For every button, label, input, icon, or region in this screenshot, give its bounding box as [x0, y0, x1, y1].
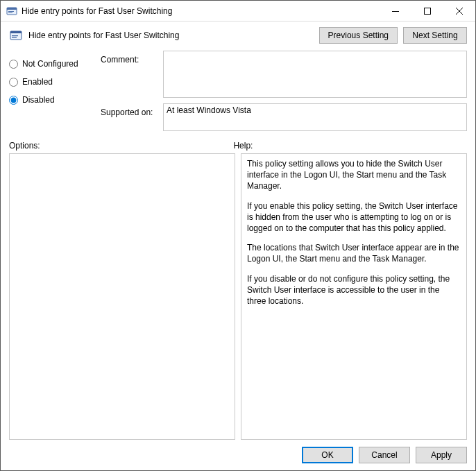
radio-not-configured[interactable]: Not Configured: [9, 55, 92, 73]
radio-disabled-label: Disabled: [22, 95, 55, 105]
next-setting-button[interactable]: Next Setting: [403, 27, 467, 44]
comment-label: Comment:: [101, 55, 155, 65]
maximize-button[interactable]: [411, 1, 443, 22]
help-paragraph: If you enable this policy setting, the S…: [247, 200, 461, 234]
field-labels: Comment: Supported on:: [101, 51, 155, 131]
policy-header: Hide entry points for Fast User Switchin…: [9, 27, 467, 44]
svg-rect-5: [425, 8, 431, 14]
minimize-button[interactable]: [380, 1, 411, 22]
window-title: Hide entry points for Fast User Switchin…: [22, 6, 172, 16]
svg-rect-3: [8, 12, 12, 13]
svg-rect-9: [12, 37, 17, 38]
apply-button[interactable]: Apply: [416, 447, 467, 463]
help-paragraph: If you disable or do not configure this …: [247, 273, 461, 307]
policy-window-icon: [6, 6, 17, 17]
field-values: [163, 51, 467, 131]
policy-icon: [9, 28, 23, 42]
help-paragraph: The locations that Switch User interface…: [247, 242, 461, 264]
cancel-button[interactable]: Cancel: [359, 447, 410, 463]
help-paragraph: This policy setting allows you to hide t…: [247, 158, 461, 192]
previous-setting-button[interactable]: Previous Setting: [319, 27, 398, 44]
radio-enabled-input[interactable]: [9, 78, 18, 87]
section-labels: Options: Help:: [9, 141, 467, 151]
help-pane[interactable]: This policy setting allows you to hide t…: [241, 153, 467, 440]
titlebar: Hide entry points for Fast User Switchin…: [1, 1, 475, 22]
panes: This policy setting allows you to hide t…: [9, 153, 467, 440]
dialog-buttons: OK Cancel Apply: [9, 440, 467, 463]
radio-disabled-input[interactable]: [9, 96, 18, 105]
policy-title: Hide entry points for Fast User Switchin…: [28, 31, 314, 40]
radio-disabled[interactable]: Disabled: [9, 91, 92, 109]
comment-textarea[interactable]: [163, 51, 467, 98]
supported-textarea: [163, 103, 467, 131]
svg-rect-2: [8, 11, 14, 12]
radio-enabled[interactable]: Enabled: [9, 73, 92, 91]
radio-not-configured-label: Not Configured: [22, 59, 78, 69]
svg-rect-1: [7, 8, 17, 10]
close-button[interactable]: [443, 1, 475, 22]
help-label: Help:: [233, 141, 467, 151]
radio-enabled-label: Enabled: [22, 77, 53, 87]
radio-not-configured-input[interactable]: [9, 60, 18, 69]
options-pane: [9, 153, 235, 440]
svg-rect-8: [12, 35, 18, 36]
supported-label: Supported on:: [101, 108, 155, 117]
options-label: Options:: [9, 141, 233, 151]
ok-button[interactable]: OK: [302, 447, 353, 463]
state-radios: Not Configured Enabled Disabled: [9, 51, 92, 131]
svg-rect-7: [10, 31, 22, 33]
svg-rect-4: [392, 11, 399, 12]
settings-area: Not Configured Enabled Disabled Comment:…: [9, 51, 467, 131]
